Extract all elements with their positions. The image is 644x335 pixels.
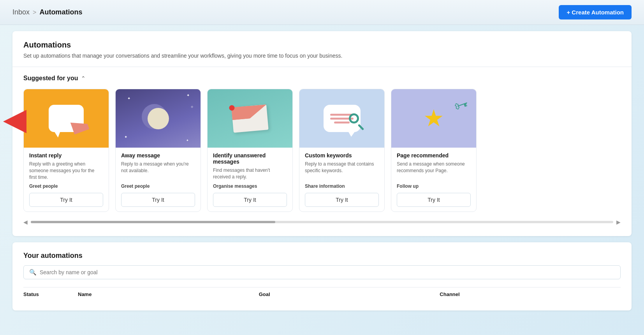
section-divider	[12, 67, 632, 67]
stamp-icon: 🗝	[452, 95, 471, 115]
try-it-button-keywords[interactable]: Try It	[305, 193, 379, 207]
card-name-page-rec: Page recommended	[397, 152, 471, 159]
suggested-header: Suggested for you ⌃	[23, 75, 621, 82]
try-it-button-instant-reply[interactable]: Try It	[29, 193, 103, 207]
column-channel: Channel	[440, 291, 621, 297]
gold-star-icon: ★	[423, 107, 444, 130]
search-input[interactable]	[40, 269, 615, 275]
breadcrumb-parent[interactable]: Inbox	[12, 8, 30, 16]
speech-bubble	[49, 105, 84, 132]
try-it-button-away-message[interactable]: Try It	[121, 193, 195, 207]
card-desc-away-message: Reply to a message when you're not avail…	[121, 161, 195, 180]
create-automation-button[interactable]: + Create Automation	[559, 5, 632, 19]
star-icon-2: ✦	[187, 93, 190, 97]
card-custom-keywords: Custom keywords Reply to a message that …	[299, 89, 385, 212]
star-icon-3: ✧	[190, 105, 194, 109]
card-image-page-rec: ★ 🗝	[391, 89, 476, 148]
card-body-page-rec: Page recommended Send a message when som…	[391, 148, 476, 212]
suggested-cards-row: Instant reply Reply with a greeting when…	[23, 89, 621, 217]
away-message-bg: ✦ ✦ ✧ ✦ ✦	[116, 89, 201, 148]
card-image-keywords	[299, 89, 384, 148]
instant-reply-bg	[24, 89, 109, 148]
card-instant-reply: Instant reply Reply with a greeting when…	[23, 89, 109, 212]
card-body-identify: Identify unanswered messages Find messag…	[208, 148, 292, 212]
card-name-away-message: Away message	[121, 152, 195, 159]
scrollbar-track[interactable]	[31, 221, 613, 223]
card-name-keywords: Custom keywords	[305, 152, 379, 159]
automations-card: Automations Set up automations that mana…	[12, 31, 632, 236]
column-status: Status	[23, 291, 78, 297]
your-automations-card: Your automations 🔍 Status Name Goal Chan…	[12, 242, 632, 310]
chevron-up-icon[interactable]: ⌃	[81, 75, 86, 81]
magnifier-icon	[349, 113, 364, 129]
search-icon: 🔍	[29, 269, 37, 276]
card-image-away-message: ✦ ✦ ✧ ✦ ✦	[116, 89, 201, 148]
card-image-identify	[208, 89, 292, 148]
card-tag-away-message: Greet people	[121, 183, 195, 189]
column-goal: Goal	[259, 291, 440, 297]
card-body-keywords: Custom keywords Reply to a message that …	[299, 148, 384, 212]
breadcrumb-separator: >	[33, 9, 36, 16]
card-desc-page-rec: Send a message when someone recommends y…	[397, 161, 471, 180]
breadcrumb: Inbox > Automations	[12, 8, 82, 16]
card-name-identify: Identify unanswered messages	[213, 152, 287, 165]
scrollbar-row: ◀ ▶	[23, 217, 621, 227]
envelope-wrapper	[232, 106, 267, 131]
envelope-body	[231, 104, 268, 133]
card-desc-instant-reply: Reply with a greeting when someone messa…	[29, 161, 103, 180]
card-away-message: ✦ ✦ ✧ ✦ ✦ Away message Reply to a messag…	[115, 89, 201, 212]
top-bar: Inbox > Automations + Create Automation	[0, 0, 644, 25]
card-body-away-message: Away message Reply to a message when you…	[116, 148, 201, 212]
card-desc-identify: Find messages that haven't received a re…	[213, 167, 287, 180]
red-arrow-icon	[3, 110, 26, 133]
magnifier-circle	[349, 113, 359, 123]
card-identify-unanswered: Identify unanswered messages Find messag…	[207, 89, 293, 212]
breadcrumb-current: Automations	[39, 8, 82, 16]
scroll-right-arrow[interactable]: ▶	[616, 219, 621, 225]
keywords-bg	[299, 89, 384, 148]
try-it-button-page-rec[interactable]: Try It	[397, 193, 471, 207]
paper-plane-icon	[70, 117, 90, 134]
main-content: Automations Set up automations that mana…	[0, 31, 644, 310]
scroll-left-arrow[interactable]: ◀	[23, 219, 28, 225]
card-tag-keywords: Share information	[305, 183, 379, 189]
cards-row-wrapper: Instant reply Reply with a greeting when…	[23, 89, 621, 227]
your-automations-title: Your automations	[23, 252, 621, 260]
star-icon-4: ✦	[124, 135, 127, 139]
keyword-visual-wrapper	[324, 105, 361, 132]
card-tag-identify: Organise messages	[213, 183, 287, 189]
moon-icon	[148, 108, 169, 129]
card-desc-keywords: Reply to a message that contains specifi…	[305, 161, 379, 180]
try-it-button-identify[interactable]: Try It	[213, 193, 287, 207]
automations-description: Set up automations that manage your conv…	[23, 53, 621, 59]
card-image-instant-reply	[24, 89, 109, 148]
card-name-instant-reply: Instant reply	[29, 152, 103, 159]
scrollbar-thumb	[31, 221, 275, 223]
identify-bg	[208, 89, 292, 148]
card-body-instant-reply: Instant reply Reply with a greeting when…	[24, 148, 109, 212]
card-tag-page-rec: Follow up	[397, 183, 471, 189]
star-icon-1: ✦	[127, 96, 130, 100]
star-icon-5: ✦	[186, 139, 189, 142]
column-name: Name	[78, 291, 259, 297]
automations-title: Automations	[23, 41, 621, 49]
card-page-recommended: ★ 🗝 Page recommended Send a message when…	[391, 89, 477, 212]
search-bar[interactable]: 🔍	[23, 265, 621, 279]
suggested-title: Suggested for you	[23, 75, 78, 82]
page-rec-bg: ★ 🗝	[391, 89, 476, 148]
envelope-flap	[231, 104, 267, 120]
keyword-line-3	[334, 122, 350, 123]
card-tag-instant-reply: Greet people	[29, 183, 103, 189]
table-header: Status Name Goal Channel	[23, 287, 621, 301]
